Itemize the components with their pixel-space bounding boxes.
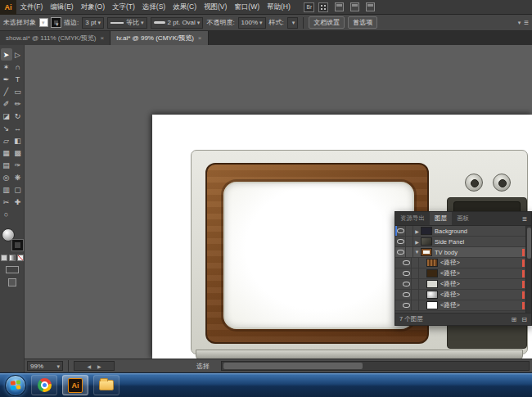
prev-artboard-icon[interactable] [87,363,91,370]
mesh-tool[interactable]: ▩ [12,147,24,159]
scrollbar-thumb[interactable] [527,228,531,259]
app-grid-icon[interactable] [318,2,328,12]
lock-cell[interactable] [412,268,419,279]
layer-row[interactable]: ▼ TV body [395,247,525,258]
tab-artboards[interactable]: 画板 [452,212,474,225]
new-layer-icon[interactable]: ⊞ [512,316,517,323]
eraser-tool[interactable]: ◪ [1,110,12,122]
menu-item-view[interactable]: 视图(V) [201,2,231,12]
bridge-icon[interactable]: Br [304,2,314,12]
perspective-grid-tool[interactable]: ▦ [1,147,12,159]
lock-cell[interactable] [412,279,419,290]
shape-builder-tool[interactable]: ◧ [12,134,24,147]
gradient-tool[interactable]: ▤ [1,159,12,171]
tv-knob-left[interactable] [465,174,483,192]
path-row[interactable]: <路径> [395,258,525,268]
layer-name[interactable]: Side Panel [435,238,522,246]
magic-wand-tool[interactable]: ✶ [1,61,12,73]
artboard-navigation[interactable] [74,361,115,371]
stroke-color-swatch[interactable] [52,18,61,27]
close-icon[interactable]: × [101,34,105,42]
type-tool[interactable]: T [12,73,24,85]
taskbar-chrome-button[interactable] [31,375,57,395]
menu-item-help[interactable]: 帮助(H) [264,2,295,12]
screen-layout-icon[interactable] [366,2,375,11]
visibility-eye-icon[interactable] [401,258,412,268]
visibility-eye-icon[interactable] [401,300,412,311]
direct-selection-tool[interactable]: ▷ [12,48,24,61]
menu-item-edit[interactable]: 编辑(E) [47,2,77,12]
path-row[interactable]: <路径> [395,268,525,279]
eyedropper-tool[interactable]: ✑ [12,159,24,171]
preferences-button[interactable]: 首选项 [348,16,377,29]
brush-dropdown[interactable]: 2 pt. Oval [151,17,204,29]
layer-row[interactable]: ▶ Background [395,226,525,237]
lock-cell[interactable] [412,290,419,300]
lock-cell[interactable] [412,300,419,311]
stroke-swatch[interactable] [12,240,23,250]
path-row[interactable]: <路径> [395,279,525,290]
tv-screen-shape[interactable] [223,182,414,329]
none-button[interactable] [17,255,24,261]
lock-cell[interactable] [412,258,419,268]
lock-cell[interactable] [406,247,413,258]
menu-item-object[interactable]: 对象(O) [77,2,108,12]
pencil-tool[interactable]: ✏ [12,97,24,110]
layer-name[interactable]: Background [435,228,522,235]
fill-color-swatch[interactable] [39,18,48,27]
width-tool[interactable]: ↔ [12,122,24,134]
layer-name[interactable]: <路径> [440,259,522,267]
tv-knob-right[interactable] [493,174,511,192]
visibility-eye-icon[interactable] [401,290,412,300]
rectangle-tool[interactable]: ▭ [12,85,24,97]
menu-item-window[interactable]: 窗口(W) [231,2,264,12]
taskbar-illustrator-button[interactable]: Ai [62,375,88,395]
path-row[interactable]: <路径> [395,300,525,311]
delete-layer-icon[interactable]: ⊟ [521,316,527,323]
paintbrush-tool[interactable]: ✐ [1,97,12,110]
tv-base-shape[interactable] [196,350,523,359]
symbol-sprayer-tool[interactable]: ❋ [12,171,24,183]
slice-tool[interactable]: ✂ [1,196,12,208]
close-icon[interactable]: × [198,34,202,42]
scale-tool[interactable]: ↘ [1,122,12,134]
hand-tool[interactable]: ✚ [12,196,24,208]
arrange-documents-icon[interactable] [335,2,344,11]
column-graph-tool[interactable]: ▥ [1,183,12,196]
lock-cell[interactable] [406,237,413,247]
tab-tv-ai[interactable]: tv.ai* @ 99% (CMYK/预览) × [110,31,208,45]
panel-menu-icon[interactable] [518,212,531,225]
taskbar-explorer-button[interactable] [93,375,119,395]
layer-name[interactable]: <路径> [440,269,522,277]
more-options-caret-icon[interactable] [518,19,521,26]
layer-name[interactable]: <路径> [440,301,522,309]
artboard-tool[interactable]: ▢ [12,183,24,196]
style-dropdown[interactable] [287,17,299,29]
expand-arrow-icon[interactable]: ▶ [413,228,421,234]
selection-tool[interactable]: ➤ [1,48,12,61]
layer-name[interactable]: TV body [435,249,522,256]
zoom-level-dropdown[interactable]: 99% [27,361,63,371]
layer-name[interactable]: <路径> [440,280,522,288]
workspace-layout-icon[interactable] [350,2,359,11]
tab-asset-export[interactable]: 资源导出 [395,212,430,225]
menu-item-file[interactable]: 文件(F) [16,2,47,12]
visibility-eye-icon[interactable] [401,279,412,290]
path-row[interactable]: <路径> [395,290,525,300]
panel-scrollbar[interactable] [525,226,531,313]
tab-layers[interactable]: 图层 [430,212,452,225]
expand-arrow-icon[interactable]: ▼ [413,250,421,255]
blend-tool[interactable]: ◎ [1,171,12,183]
pen-tool[interactable]: ✒ [1,73,12,85]
gradient-button[interactable] [9,255,16,261]
menu-item-effect[interactable]: 效果(C) [169,2,201,12]
next-artboard-icon[interactable] [97,363,101,370]
document-setup-button[interactable]: 文档设置 [309,16,345,29]
line-segment-tool[interactable]: ╱ [1,85,12,97]
draw-mode-button[interactable] [6,266,19,273]
horizontal-scrollbar[interactable] [221,361,530,371]
screen-mode-button[interactable] [8,278,16,286]
color-button[interactable] [1,255,7,261]
tab-show-ai[interactable]: show.ai* @ 111% (CMYK/预览) × [0,31,110,45]
scrollbar-thumb[interactable] [223,363,363,369]
